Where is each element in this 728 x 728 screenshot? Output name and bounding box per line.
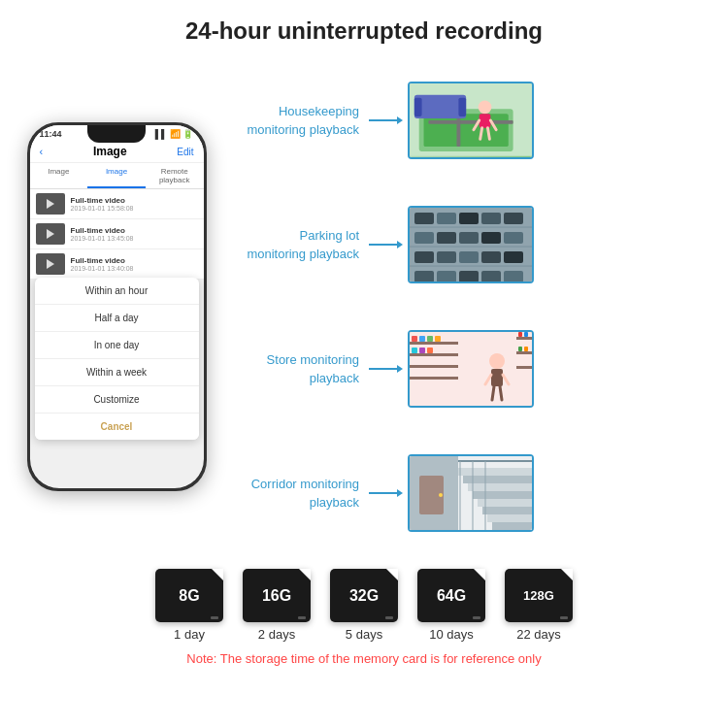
play-icon-2 xyxy=(47,229,54,239)
sd-connector xyxy=(298,616,306,619)
svg-rect-27 xyxy=(481,232,501,244)
store-text: Store monitoringplayback xyxy=(267,352,359,385)
video-info-3: Full-time video 2019-01-01 13:40:08 xyxy=(71,256,134,272)
dropdown-cancel[interactable]: Cancel xyxy=(35,414,199,440)
sd-connector xyxy=(473,616,480,619)
corridor-connector xyxy=(369,492,398,494)
store-img-content xyxy=(410,332,532,406)
svg-rect-34 xyxy=(414,271,434,281)
screen-header: ‹ Image Edit xyxy=(30,141,204,163)
svg-rect-29 xyxy=(414,251,434,263)
svg-rect-75 xyxy=(487,514,532,522)
svg-rect-19 xyxy=(414,213,434,224)
dropdown-week[interactable]: Within a week xyxy=(35,359,199,386)
phone-device: 11:44 ▌▌ 📶 🔋 ‹ Image Edit Image Image Re… xyxy=(27,122,207,491)
svg-rect-3 xyxy=(428,120,513,124)
tab-image[interactable]: Image xyxy=(30,163,88,188)
sd-notch xyxy=(474,569,485,580)
sd-card-16g: 16G xyxy=(243,569,311,622)
svg-rect-31 xyxy=(459,251,479,263)
svg-rect-37 xyxy=(481,271,501,281)
dropdown-one-day[interactable]: In one day xyxy=(35,332,199,359)
svg-rect-70 xyxy=(463,476,532,483)
card-days-32g: 5 days xyxy=(346,627,382,642)
svg-rect-35 xyxy=(437,271,456,281)
card-days-64g: 10 days xyxy=(429,627,474,642)
svg-rect-48 xyxy=(435,336,441,342)
play-icon-3 xyxy=(47,259,54,269)
arrow-icon xyxy=(397,116,403,124)
sd-label-64g: 64G xyxy=(437,587,466,605)
memory-cards-row: 8G 1 day 16G 2 days 32G 5 days xyxy=(155,569,573,642)
video-title-2: Full-time video xyxy=(71,226,134,235)
signal-icons: ▌▌ 📶 🔋 xyxy=(155,129,194,139)
svg-rect-74 xyxy=(482,507,532,514)
svg-rect-42 xyxy=(410,353,458,356)
sd-notch xyxy=(212,569,223,580)
svg-rect-49 xyxy=(412,347,417,353)
sd-label-32g: 32G xyxy=(349,587,379,605)
sd-label-8g: 8G xyxy=(179,587,199,605)
svg-rect-28 xyxy=(504,232,523,244)
housekeeping-connector xyxy=(369,119,398,121)
store-connector xyxy=(369,368,398,370)
svg-rect-69 xyxy=(458,468,532,476)
edit-button[interactable]: Edit xyxy=(177,147,193,157)
svg-rect-20 xyxy=(437,213,456,224)
svg-rect-44 xyxy=(410,377,458,380)
svg-rect-47 xyxy=(427,336,433,342)
play-icon-1 xyxy=(47,199,54,209)
parking-text: Parking lotmonitoring playback xyxy=(247,228,359,261)
svg-rect-25 xyxy=(437,232,456,244)
storage-note: Note: The storage time of the memory car… xyxy=(186,651,541,666)
back-arrow: ‹ xyxy=(40,146,44,157)
tab-remote[interactable]: Remote playback xyxy=(146,163,204,188)
sd-label-16g: 16G xyxy=(262,587,291,605)
corridor-scene-svg xyxy=(410,456,532,530)
video-item-2[interactable]: Full-time video 2019-01-01 13:45:08 xyxy=(30,219,204,249)
svg-rect-71 xyxy=(468,483,532,491)
housekeeping-text: Housekeepingmonitoring playback xyxy=(247,104,359,137)
monitoring-parking: Parking lotmonitoring playback xyxy=(223,206,709,283)
svg-line-12 xyxy=(480,128,482,140)
dropdown-menu[interactable]: Within an hour Half a day In one day Wit… xyxy=(35,278,199,440)
dropdown-customize[interactable]: Customize xyxy=(35,386,199,414)
video-info-2: Full-time video 2019-01-01 13:45:08 xyxy=(71,226,134,242)
svg-rect-26 xyxy=(459,232,479,244)
video-item-3[interactable]: Full-time video 2019-01-01 13:40:08 xyxy=(30,249,204,280)
svg-rect-50 xyxy=(419,347,425,353)
svg-rect-21 xyxy=(459,213,479,224)
svg-rect-22 xyxy=(481,213,501,224)
dropdown-within-hour[interactable]: Within an hour xyxy=(35,278,199,305)
svg-rect-9 xyxy=(480,114,491,128)
card-days-128g: 22 days xyxy=(516,627,561,642)
tab-image2[interactable]: Image xyxy=(87,163,146,188)
screen-title: Image xyxy=(93,145,127,158)
svg-point-8 xyxy=(479,101,492,115)
svg-rect-5 xyxy=(414,95,466,118)
memory-card-128g: 128G 22 days xyxy=(505,569,573,642)
video-thumb-1 xyxy=(36,193,65,215)
housekeeping-scene-svg xyxy=(410,83,532,157)
parking-label: Parking lotmonitoring playback xyxy=(223,226,359,263)
card-days-8g: 1 day xyxy=(174,627,205,642)
monitoring-housekeeping: Housekeepingmonitoring playback xyxy=(223,82,709,159)
video-thumb-3 xyxy=(36,253,65,275)
dropdown-half-day[interactable]: Half a day xyxy=(35,305,199,332)
svg-rect-62 xyxy=(524,332,528,337)
time-display: 11:44 xyxy=(40,129,62,139)
svg-rect-36 xyxy=(459,271,479,281)
arrow-icon xyxy=(397,365,403,373)
svg-rect-30 xyxy=(437,251,456,263)
svg-rect-58 xyxy=(516,337,532,340)
video-item-1[interactable]: Full-time video 2019-01-01 15:58:08 xyxy=(30,189,204,219)
sd-card-128g: 128G xyxy=(505,569,573,622)
memory-card-16g: 16G 2 days xyxy=(243,569,311,642)
video-thumb-2 xyxy=(36,223,65,245)
memory-card-32g: 32G 5 days xyxy=(330,569,398,642)
video-title-1: Full-time video xyxy=(71,196,134,205)
video-info-1: Full-time video 2019-01-01 15:58:08 xyxy=(71,196,134,212)
arrow-icon xyxy=(397,241,403,248)
parking-img-content xyxy=(410,208,532,281)
parking-scene-svg xyxy=(410,208,532,281)
